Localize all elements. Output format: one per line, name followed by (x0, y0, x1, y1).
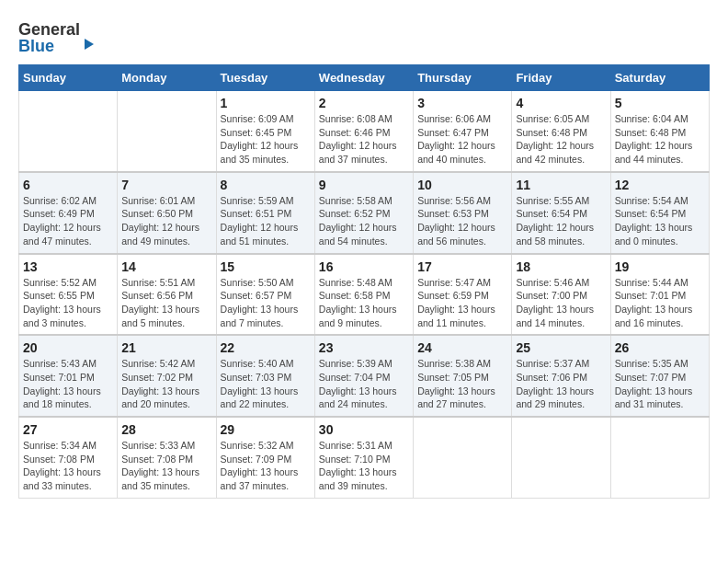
day-info: Sunrise: 5:51 AM Sunset: 6:56 PM Dayligh… (121, 276, 211, 330)
day-number: 10 (417, 178, 507, 192)
day-info: Sunrise: 5:46 AM Sunset: 7:00 PM Dayligh… (516, 276, 606, 330)
calendar-cell (118, 91, 216, 172)
calendar-cell: 13Sunrise: 5:52 AM Sunset: 6:55 PM Dayli… (19, 254, 118, 336)
calendar-cell: 24Sunrise: 5:38 AM Sunset: 7:05 PM Dayli… (414, 335, 512, 417)
day-number: 5 (615, 96, 705, 110)
calendar-cell: 25Sunrise: 5:37 AM Sunset: 7:06 PM Dayli… (512, 335, 610, 417)
calendar-cell: 2Sunrise: 6:08 AM Sunset: 6:46 PM Daylig… (314, 91, 413, 172)
logo: GeneralBlue (18, 18, 110, 55)
day-number: 4 (516, 96, 606, 110)
calendar-cell: 30Sunrise: 5:31 AM Sunset: 7:10 PM Dayli… (314, 417, 413, 498)
day-info: Sunrise: 6:02 AM Sunset: 6:49 PM Dayligh… (23, 194, 113, 248)
day-number: 9 (319, 178, 409, 192)
col-header-saturday: Saturday (610, 65, 709, 91)
day-number: 30 (319, 422, 409, 437)
calendar-cell: 4Sunrise: 6:05 AM Sunset: 6:48 PM Daylig… (512, 91, 610, 172)
day-number: 1 (221, 96, 311, 110)
day-number: 27 (23, 422, 113, 437)
calendar-cell (414, 417, 512, 498)
svg-marker-2 (85, 39, 94, 50)
calendar-cell: 17Sunrise: 5:47 AM Sunset: 6:59 PM Dayli… (414, 254, 512, 336)
day-number: 13 (23, 259, 113, 274)
day-info: Sunrise: 5:34 AM Sunset: 7:08 PM Dayligh… (23, 439, 113, 493)
calendar-week-3: 13Sunrise: 5:52 AM Sunset: 6:55 PM Dayli… (19, 254, 710, 336)
calendar-cell: 10Sunrise: 5:56 AM Sunset: 6:53 PM Dayli… (414, 172, 512, 254)
calendar-cell (19, 91, 118, 172)
day-number: 24 (417, 340, 507, 355)
logo-svg: GeneralBlue (18, 18, 110, 55)
calendar-table: SundayMondayTuesdayWednesdayThursdayFrid… (18, 64, 710, 499)
calendar-cell: 5Sunrise: 6:04 AM Sunset: 6:48 PM Daylig… (610, 91, 709, 172)
day-number: 18 (516, 259, 606, 274)
calendar-cell: 22Sunrise: 5:40 AM Sunset: 7:03 PM Dayli… (216, 335, 314, 417)
day-number: 16 (319, 259, 409, 274)
day-number: 20 (23, 340, 113, 355)
calendar-cell: 1Sunrise: 6:09 AM Sunset: 6:45 PM Daylig… (216, 91, 314, 172)
calendar-cell (512, 417, 610, 498)
calendar-cell: 16Sunrise: 5:48 AM Sunset: 6:58 PM Dayli… (314, 254, 413, 336)
day-number: 2 (319, 96, 409, 110)
day-info: Sunrise: 5:33 AM Sunset: 7:08 PM Dayligh… (121, 439, 211, 493)
day-info: Sunrise: 6:06 AM Sunset: 6:47 PM Dayligh… (417, 112, 507, 167)
day-info: Sunrise: 5:38 AM Sunset: 7:05 PM Dayligh… (417, 357, 507, 411)
day-info: Sunrise: 6:09 AM Sunset: 6:45 PM Dayligh… (221, 112, 311, 167)
day-number: 3 (417, 96, 507, 110)
day-info: Sunrise: 5:54 AM Sunset: 6:54 PM Dayligh… (615, 194, 705, 248)
calendar-cell: 18Sunrise: 5:46 AM Sunset: 7:00 PM Dayli… (512, 254, 610, 336)
day-info: Sunrise: 5:58 AM Sunset: 6:52 PM Dayligh… (319, 194, 409, 248)
calendar-cell: 7Sunrise: 6:01 AM Sunset: 6:50 PM Daylig… (118, 172, 216, 254)
calendar-cell: 15Sunrise: 5:50 AM Sunset: 6:57 PM Dayli… (216, 254, 314, 336)
day-info: Sunrise: 6:05 AM Sunset: 6:48 PM Dayligh… (516, 112, 606, 167)
calendar-cell: 23Sunrise: 5:39 AM Sunset: 7:04 PM Dayli… (314, 335, 413, 417)
day-number: 17 (417, 259, 507, 274)
calendar-cell: 26Sunrise: 5:35 AM Sunset: 7:07 PM Dayli… (610, 335, 709, 417)
day-number: 23 (319, 340, 409, 355)
calendar-week-1: 1Sunrise: 6:09 AM Sunset: 6:45 PM Daylig… (19, 91, 710, 172)
day-number: 21 (121, 340, 211, 355)
day-number: 15 (221, 259, 311, 274)
day-info: Sunrise: 5:48 AM Sunset: 6:58 PM Dayligh… (319, 276, 409, 330)
day-info: Sunrise: 5:55 AM Sunset: 6:54 PM Dayligh… (516, 194, 606, 248)
calendar-cell (610, 417, 709, 498)
day-info: Sunrise: 5:40 AM Sunset: 7:03 PM Dayligh… (221, 357, 311, 411)
col-header-monday: Monday (118, 65, 216, 91)
day-info: Sunrise: 5:35 AM Sunset: 7:07 PM Dayligh… (615, 357, 705, 411)
day-info: Sunrise: 6:08 AM Sunset: 6:46 PM Dayligh… (319, 112, 409, 167)
day-number: 19 (615, 259, 705, 274)
day-info: Sunrise: 6:01 AM Sunset: 6:50 PM Dayligh… (121, 194, 211, 248)
day-info: Sunrise: 5:50 AM Sunset: 6:57 PM Dayligh… (221, 276, 311, 330)
calendar-week-2: 6Sunrise: 6:02 AM Sunset: 6:49 PM Daylig… (19, 172, 710, 254)
day-info: Sunrise: 5:44 AM Sunset: 7:01 PM Dayligh… (615, 276, 705, 330)
svg-text:Blue: Blue (18, 37, 54, 55)
day-number: 25 (516, 340, 606, 355)
svg-text:General: General (18, 20, 80, 39)
calendar-cell: 21Sunrise: 5:42 AM Sunset: 7:02 PM Dayli… (118, 335, 216, 417)
calendar-cell: 6Sunrise: 6:02 AM Sunset: 6:49 PM Daylig… (19, 172, 118, 254)
day-number: 11 (516, 178, 606, 192)
day-number: 28 (121, 422, 211, 437)
header: GeneralBlue (18, 18, 710, 55)
calendar-cell: 20Sunrise: 5:43 AM Sunset: 7:01 PM Dayli… (19, 335, 118, 417)
calendar-cell: 27Sunrise: 5:34 AM Sunset: 7:08 PM Dayli… (19, 417, 118, 498)
day-number: 12 (615, 178, 705, 192)
calendar-cell: 12Sunrise: 5:54 AM Sunset: 6:54 PM Dayli… (610, 172, 709, 254)
day-info: Sunrise: 5:37 AM Sunset: 7:06 PM Dayligh… (516, 357, 606, 411)
day-info: Sunrise: 6:04 AM Sunset: 6:48 PM Dayligh… (615, 112, 705, 167)
day-info: Sunrise: 5:32 AM Sunset: 7:09 PM Dayligh… (221, 439, 311, 493)
col-header-tuesday: Tuesday (216, 65, 314, 91)
col-header-friday: Friday (512, 65, 610, 91)
col-header-sunday: Sunday (19, 65, 118, 91)
day-number: 6 (23, 178, 113, 192)
calendar-cell: 9Sunrise: 5:58 AM Sunset: 6:52 PM Daylig… (314, 172, 413, 254)
calendar-cell: 8Sunrise: 5:59 AM Sunset: 6:51 PM Daylig… (216, 172, 314, 254)
calendar-cell: 28Sunrise: 5:33 AM Sunset: 7:08 PM Dayli… (118, 417, 216, 498)
col-header-wednesday: Wednesday (314, 65, 413, 91)
calendar-cell: 19Sunrise: 5:44 AM Sunset: 7:01 PM Dayli… (610, 254, 709, 336)
day-info: Sunrise: 5:52 AM Sunset: 6:55 PM Dayligh… (23, 276, 113, 330)
calendar-cell: 14Sunrise: 5:51 AM Sunset: 6:56 PM Dayli… (118, 254, 216, 336)
day-number: 7 (121, 178, 211, 192)
day-number: 14 (121, 259, 211, 274)
calendar-cell: 29Sunrise: 5:32 AM Sunset: 7:09 PM Dayli… (216, 417, 314, 498)
day-number: 29 (221, 422, 311, 437)
calendar-cell: 11Sunrise: 5:55 AM Sunset: 6:54 PM Dayli… (512, 172, 610, 254)
